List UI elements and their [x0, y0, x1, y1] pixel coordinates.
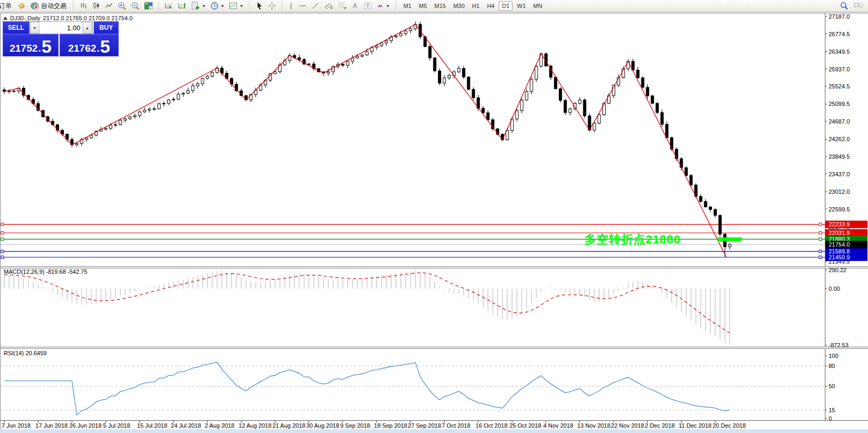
zoom-out-icon[interactable] [129, 1, 142, 11]
chevron-down-icon: ▼ [239, 4, 244, 9]
line-chart-icon[interactable] [103, 1, 115, 11]
orders-button[interactable]: 订单 [0, 1, 14, 11]
macd-tick-label: 0.00 [829, 285, 840, 292]
arrows-tool-button[interactable]: ▼ [375, 1, 392, 11]
chart-ohlc-values: 21712.0 21765.0 21709.0 21754.0 [43, 15, 133, 21]
price-tick-label: 22599.5 [829, 206, 850, 213]
buy-price-pip: 5 [100, 38, 110, 54]
toolbar-grip [158, 2, 160, 10]
new-order-icon[interactable] [15, 1, 28, 11]
volume-decrease-button[interactable]: ▼ [30, 22, 39, 34]
date-label: 21 Aug 2018 [272, 422, 305, 429]
sell-button[interactable]: SELL [3, 21, 29, 34]
date-label: 12 Aug 2018 [238, 422, 271, 429]
macd-tick-label: -872.53 [829, 342, 848, 348]
pivot-annotation[interactable]: 多空转折点21880 [584, 232, 681, 248]
date-label: 11 Dec 2018 [679, 422, 712, 429]
line-handle [1, 256, 4, 259]
rsi-tick-label: 50 [829, 383, 835, 389]
collapse-panel-icon[interactable] [3, 17, 7, 20]
tile-windows-icon[interactable] [143, 1, 154, 11]
rsi-label: RSI(14) 20.6459 [4, 350, 47, 356]
line-handle [819, 232, 822, 234]
chat-icon[interactable] [853, 2, 864, 10]
tf-button-D1[interactable]: D1 [499, 1, 512, 11]
date-label: 18 Sep 2018 [374, 422, 407, 429]
date-label: 22 Nov 2018 [611, 422, 644, 429]
chart-title: DJ30-,Daily 21712.0 21765.0 21709.0 2175… [3, 15, 133, 21]
date-label: 27 Sep 2018 [408, 422, 441, 429]
line-handle [1, 250, 4, 253]
tf-button-M5[interactable]: M5 [416, 1, 430, 11]
buy-button[interactable]: BUY [94, 21, 119, 34]
tf-button-M1[interactable]: M1 [400, 1, 415, 11]
date-label: 17 Jun 2018 [36, 422, 68, 429]
tf-button-H4[interactable]: H4 [484, 1, 498, 11]
date-label: 4 Nov 2018 [543, 422, 573, 429]
buy-price[interactable]: 21762.5 [60, 34, 119, 56]
text-tool-icon[interactable]: A [350, 1, 361, 11]
trendline-tool-icon[interactable] [310, 1, 321, 11]
tf-button-MN[interactable]: MN [530, 1, 545, 11]
candlestick-chart-icon[interactable] [90, 1, 102, 11]
fibonacci-tool-icon[interactable]: F [336, 1, 349, 11]
chart-symbol-period: DJ30-,Daily [10, 15, 40, 21]
volume-value[interactable]: 1.00 [39, 22, 82, 34]
date-label: 30 Aug 2018 [307, 422, 340, 429]
toolbar: 订单 自动交易 ▼ ▼ ▼ [0, 0, 868, 12]
date-label: 9 Sep 2018 [340, 422, 370, 429]
svg-text:T: T [366, 3, 369, 9]
volume-increase-button[interactable]: ▲ [82, 22, 92, 34]
rsi-tick-label: 0 [829, 415, 832, 422]
add-indicator-button[interactable]: ▼ [189, 1, 208, 11]
price-tick-label: 24687.0 [829, 118, 850, 125]
tf-button-M30[interactable]: M30 [450, 1, 468, 11]
line-handle [819, 238, 822, 241]
price-tick-label: 23437.0 [829, 171, 850, 177]
templates-button[interactable]: ▼ [227, 1, 245, 11]
date-label: 2 Dec 2018 [645, 422, 675, 429]
toolbar-grip [73, 2, 75, 10]
svg-text:A: A [353, 2, 357, 10]
text-label-tool-icon[interactable]: T [362, 1, 374, 11]
cursor-tool-icon[interactable] [254, 1, 265, 11]
date-label: 2 Aug 2018 [205, 422, 235, 429]
tf-button-H1[interactable]: H1 [469, 1, 483, 11]
svg-text:22233.9: 22233.9 [829, 221, 850, 227]
svg-text:21450.9: 21450.9 [829, 254, 850, 260]
price-tick-label: 25524.5 [829, 83, 850, 89]
tf-button-W1[interactable]: W1 [514, 1, 529, 11]
svg-text:F: F [344, 6, 346, 10]
chevron-down-icon: ▼ [202, 4, 206, 9]
chart-canvas[interactable]: 27187.026774.526349.525937.025524.525099… [0, 0, 868, 433]
rsi-tick-label: 100 [829, 353, 838, 359]
sell-price-main: 21752 [10, 43, 38, 54]
periods-button[interactable]: ▼ [209, 1, 226, 11]
buy-price-main: 21762 [68, 43, 96, 54]
svg-text:E: E [330, 6, 333, 10]
rsi-tick-label: 80 [829, 363, 835, 369]
sell-price[interactable]: 21752.5 [3, 34, 59, 56]
date-label: 25 Oct 2018 [509, 422, 541, 429]
one-click-trade-panel: SELL ▼ 1.00 ▲ BUY 21752.5 21762.5 [3, 21, 119, 56]
date-label: 7 Jun 2018 [2, 422, 30, 429]
equidistant-channel-tool-icon[interactable]: E [323, 1, 335, 11]
horizontal-line-tool-icon[interactable] [297, 1, 309, 11]
date-label: 7 Oct 2018 [442, 422, 470, 429]
sell-price-pip: 5 [42, 38, 52, 54]
search-icon[interactable] [840, 2, 849, 10]
chart-shift-icon[interactable] [176, 1, 188, 11]
auto-trading-button[interactable]: 自动交易 [29, 1, 69, 11]
tf-button-M15[interactable]: M15 [431, 1, 449, 11]
date-label: 5 Jul 2018 [103, 422, 130, 429]
price-tick-label: 23012.0 [829, 189, 850, 195]
crosshair-tool-icon[interactable] [266, 1, 278, 11]
bar-chart-icon[interactable] [78, 1, 89, 11]
price-tick-label: 27187.0 [829, 13, 850, 20]
price-tick-label: 23849.5 [829, 153, 850, 160]
price-tick-label: 26349.5 [829, 48, 850, 55]
zoom-in-icon[interactable] [116, 1, 128, 11]
toolbar-grip [282, 2, 284, 10]
vertical-line-tool-icon[interactable] [286, 1, 296, 11]
auto-scroll-icon[interactable] [163, 1, 175, 11]
